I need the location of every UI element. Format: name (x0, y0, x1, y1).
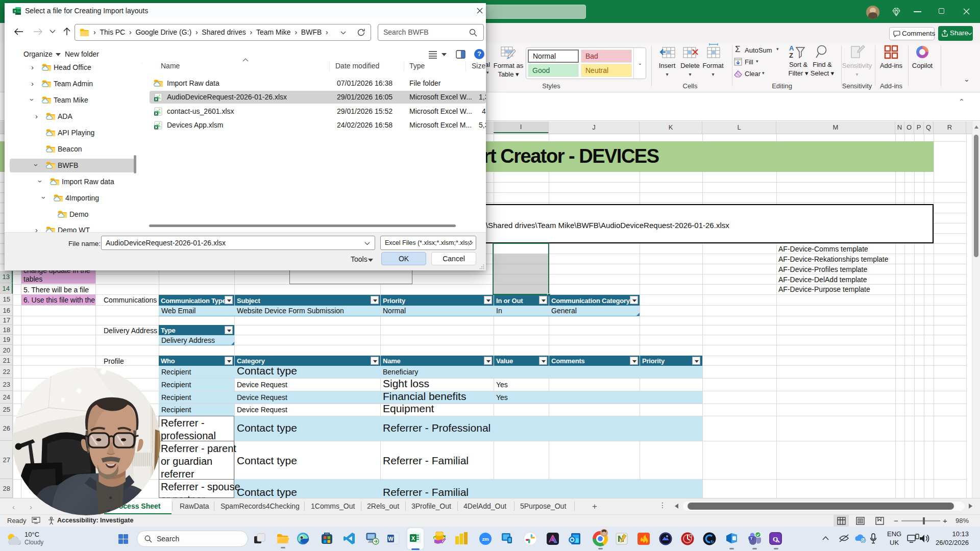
svg-text:↻: ↻ (710, 540, 714, 544)
svg-text:T: T (750, 536, 753, 541)
svg-text:X: X (411, 535, 415, 541)
svg-text:zm: zm (482, 536, 488, 542)
svg-text:W: W (388, 536, 394, 542)
svg-text:Q: Q (773, 535, 778, 543)
svg-text:x: x (14, 9, 16, 13)
